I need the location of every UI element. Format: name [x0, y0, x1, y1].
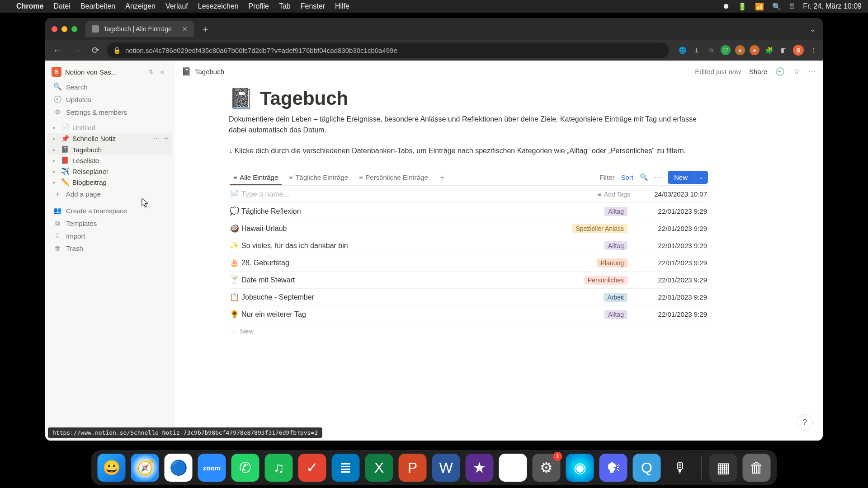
- sidebar-settings-members[interactable]: ⚙Settings & members: [47, 106, 172, 118]
- battery-icon[interactable]: 🔋: [738, 2, 747, 11]
- clock-icon[interactable]: 🕘: [775, 67, 785, 76]
- menubar-item[interactable]: Profile: [249, 2, 269, 10]
- profile-avatar[interactable]: S: [793, 45, 804, 56]
- add-page-button[interactable]: ＋ Add a page: [47, 188, 172, 201]
- row-title[interactable]: Nur ein weiterer Tag: [241, 310, 306, 318]
- dock-zoom-icon[interactable]: zoom: [198, 454, 226, 482]
- new-tab-button[interactable]: ＋: [200, 22, 210, 36]
- dock-settings-icon[interactable]: ⚙1: [533, 454, 561, 482]
- row-title-placeholder[interactable]: Type a name...: [241, 190, 289, 198]
- dock-excel-icon[interactable]: X: [365, 454, 393, 482]
- kebab-menu-icon[interactable]: ⋮: [808, 45, 818, 55]
- chevron-right-icon[interactable]: ▸: [51, 158, 58, 164]
- fullscreen-window-icon[interactable]: [71, 26, 77, 32]
- db-row[interactable]: 🌻 Nur ein weiterer Tag Alltag 22/01/2023…: [229, 306, 708, 323]
- dock-quicktime-icon[interactable]: Q: [633, 454, 661, 482]
- dock-drive-icon[interactable]: ▲: [499, 454, 527, 482]
- menubar-item[interactable]: Datei: [53, 2, 70, 10]
- collapse-sidebar-icon[interactable]: «: [157, 68, 168, 76]
- page-title[interactable]: Tagebuch: [260, 88, 348, 109]
- chevron-right-icon[interactable]: ▸: [51, 136, 58, 141]
- menubar-item[interactable]: Anzeigen: [125, 2, 156, 10]
- dock-missioncontrol-icon[interactable]: ▦: [709, 454, 737, 482]
- tag-badge[interactable]: Planung: [597, 258, 627, 267]
- chevron-right-icon[interactable]: ▸: [51, 147, 58, 153]
- breadcrumb[interactable]: 📓 Tagebuch: [182, 67, 224, 76]
- address-bar[interactable]: 🔒 notion.so/4c786e029edf435c80a67b00fc7d…: [107, 42, 669, 58]
- sidebar-search[interactable]: 🔍Search: [47, 80, 172, 93]
- tag-badge[interactable]: Arbeit: [604, 293, 627, 302]
- mac-dock[interactable]: 😀🧭🔵zoom✆♫✓≣XPW★▲⚙1◉🗣Q🎙▦🗑: [91, 450, 777, 485]
- new-entry-button[interactable]: New ⌄: [668, 171, 708, 184]
- dock-finder-icon[interactable]: 😀: [98, 454, 126, 482]
- dock-powerpoint-icon[interactable]: P: [399, 454, 427, 482]
- db-tab-tägliche-einträge[interactable]: ≡Tägliche Einträge: [284, 170, 353, 185]
- db-tab-persönliche-einträge[interactable]: ≡Persönliche Einträge: [354, 170, 433, 185]
- browser-tab[interactable]: Tagebuch | Alle Einträge ✕: [85, 21, 194, 37]
- menubar-item[interactable]: Verlauf: [165, 2, 188, 10]
- row-title[interactable]: Hawaii-Urlaub: [241, 225, 287, 232]
- page-tip[interactable]: ↓ Klicke dich durch die verschiedenen Da…: [229, 145, 708, 156]
- spotlight-icon[interactable]: 🔍: [772, 2, 781, 11]
- tab-close-icon[interactable]: ✕: [182, 25, 188, 33]
- db-tab-alle-einträge[interactable]: ≡Alle Einträge: [229, 170, 283, 185]
- sidebar-updates[interactable]: 🕘Updates: [47, 93, 172, 106]
- db-row[interactable]: 📋 Jobsuche - September Arbeit 22/01/2023…: [229, 289, 708, 306]
- dock-safari-icon[interactable]: 🧭: [131, 454, 159, 482]
- dock-todoist-icon[interactable]: ✓: [298, 454, 326, 482]
- tag-badge[interactable]: Alltag: [604, 207, 627, 216]
- dock-voice-icon[interactable]: 🎙: [666, 454, 694, 482]
- chevron-right-icon[interactable]: ▸: [51, 169, 58, 174]
- extension-icon[interactable]: ●: [735, 45, 745, 55]
- dock-siri-icon[interactable]: ◉: [566, 454, 594, 482]
- sidebar-page-reiseplaner[interactable]: ▸ ✈️ Reiseplaner ⋯＋: [47, 166, 172, 177]
- page-description[interactable]: Dokumentiere dein Leben – tägliche Ereig…: [229, 114, 708, 136]
- control-center-icon[interactable]: ⠿: [789, 2, 795, 11]
- sidebar-page-leseliste[interactable]: ▸ 📕 Leseliste ⋯＋: [47, 155, 172, 166]
- sidebar-page-schnelle-notiz[interactable]: ▸ 📌 Schnelle Notiz ⋯＋: [47, 133, 172, 144]
- search-icon[interactable]: 🔍: [640, 173, 648, 181]
- window-controls[interactable]: [52, 26, 77, 32]
- tab-overflow-icon[interactable]: ⌄: [810, 25, 816, 33]
- db-row[interactable]: 📄 Type a name... ≡Add Tags 24/03/2023 10…: [229, 186, 708, 203]
- page-add-icon[interactable]: ＋: [163, 134, 170, 143]
- menubar-item[interactable]: Lesezeichen: [198, 2, 239, 10]
- extensions-menu-icon[interactable]: 🧩: [764, 45, 774, 55]
- wifi-icon[interactable]: 📶: [755, 2, 764, 11]
- filter-button[interactable]: Filter: [599, 174, 614, 181]
- chevron-down-icon[interactable]: ⌄: [694, 171, 708, 183]
- menubar-item[interactable]: Fenster: [301, 2, 325, 10]
- forward-button[interactable]: →: [69, 42, 84, 58]
- reload-button[interactable]: ⟳: [88, 42, 103, 58]
- more-menu-icon[interactable]: ⋯: [808, 67, 816, 76]
- db-row[interactable]: 🍸 Date mit Stewart Persönliches 22/01/20…: [229, 272, 708, 289]
- back-button[interactable]: ←: [50, 42, 65, 58]
- db-row[interactable]: 💭 Tägliche Reflexion Alltag 22/01/2023 9…: [229, 203, 708, 220]
- dock-discord-icon[interactable]: 🗣: [599, 454, 627, 482]
- db-row[interactable]: ✨ So vieles, für das ich dankbar bin All…: [229, 237, 708, 254]
- sidebar-page-blogbeitrag[interactable]: ▸ ✏️ Blogbeitrag ⋯＋: [47, 177, 172, 188]
- favorite-star-icon[interactable]: ☆: [793, 67, 800, 76]
- sidebar-page-tagebuch[interactable]: ▸ 📓 Tagebuch ⋯＋: [47, 144, 172, 155]
- sidebar-page-untitled[interactable]: ▸ 📄 Untitled ⋯＋: [47, 122, 172, 133]
- page-emoji-icon[interactable]: 📓: [229, 87, 254, 110]
- help-button[interactable]: ?: [797, 414, 813, 431]
- share-button[interactable]: Share: [749, 68, 767, 75]
- chevron-right-icon[interactable]: ▸: [51, 125, 58, 131]
- chevron-right-icon[interactable]: ▸: [51, 179, 58, 185]
- minimize-window-icon[interactable]: [61, 26, 67, 32]
- dock-trello-icon[interactable]: ≣: [332, 454, 360, 482]
- row-title[interactable]: So vieles, für das ich dankbar bin: [241, 242, 348, 249]
- translate-icon[interactable]: 🌐: [677, 45, 687, 55]
- dock-imovie-icon[interactable]: ★: [466, 454, 494, 482]
- menubar-item[interactable]: Tab: [279, 2, 291, 10]
- sidebar-create-a-teamspace[interactable]: 👥Create a teamspace: [47, 204, 172, 217]
- sidebar-import[interactable]: ⇩Import: [47, 230, 172, 242]
- db-row[interactable]: 🎂 28. Geburtstag Planung 22/01/2023 9:29: [229, 254, 708, 272]
- sort-button[interactable]: Sort: [621, 174, 633, 181]
- add-tags-button[interactable]: ≡Add Tags: [598, 191, 630, 198]
- sidebar-trash[interactable]: 🗑Trash: [47, 242, 172, 254]
- close-window-icon[interactable]: [52, 26, 57, 32]
- workspace-switcher[interactable]: S Notion von Sas... ⇅ «: [47, 63, 172, 80]
- menubar-item[interactable]: Hilfe: [335, 2, 349, 10]
